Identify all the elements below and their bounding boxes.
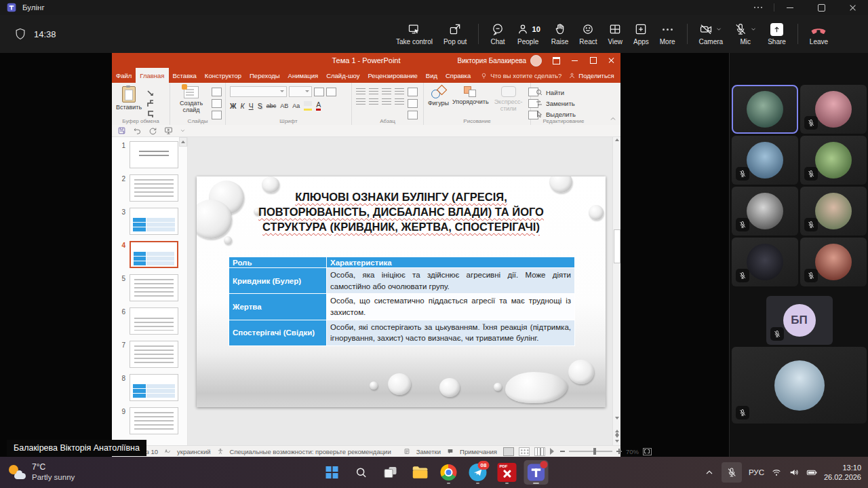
table-header-characteristic[interactable]: Характеристика [327,257,575,268]
participant-tile[interactable] [732,136,798,185]
scroll-up-arrow[interactable] [613,138,620,141]
battery-icon[interactable] [806,467,817,478]
tab-insert[interactable]: Вставка [169,68,201,83]
align-center-icon[interactable] [369,98,378,106]
collapse-ribbon-icon[interactable] [609,115,617,123]
slide-thumbnail-2[interactable]: 2 [112,174,187,202]
line-spacing-icon[interactable] [395,88,404,96]
telegram-button[interactable]: 08 [466,460,490,485]
copy-icon[interactable] [145,98,153,107]
table-cell-desc[interactable]: Особа, яка ініціює та здійснює агресивні… [327,268,575,294]
participant-tile-initials[interactable]: БП [766,296,833,345]
new-slide-button[interactable]: Создать слайд [174,86,208,113]
font-size-dropdown[interactable] [289,86,312,97]
decrease-indent-icon[interactable] [382,88,391,96]
zoom-out-button[interactable] [560,451,565,452]
table-header-role[interactable]: Роль [229,257,327,268]
highlight-color-icon[interactable] [304,101,312,111]
tab-design[interactable]: Конструктор [201,68,245,83]
chevron-down-icon[interactable] [715,26,722,33]
window-close-button[interactable] [837,0,868,15]
arrange-button[interactable]: Упорядочить [452,86,489,105]
align-text-icon[interactable] [408,99,418,108]
language-status[interactable]: украинский [177,448,211,455]
character-spacing-button[interactable]: АВ [280,102,288,109]
slide-thumbnail-3[interactable]: 3 [112,208,187,235]
ppt-close-button[interactable] [602,53,620,68]
replace-button[interactable]: Заменить [535,99,576,107]
slide-thumbnail-4-selected[interactable]: 4 [112,241,187,268]
zoom-level[interactable]: 70% [626,448,639,455]
people-button[interactable]: 10 People [511,22,546,45]
window-more-button[interactable] [743,0,774,15]
save-icon[interactable] [117,126,126,135]
start-slideshow-icon[interactable] [164,126,173,135]
table-cell-role[interactable]: Спостерігачі (Свідки) [229,320,327,345]
ppt-share-button[interactable]: Поделиться [561,68,620,83]
previous-slide-button[interactable] [613,430,620,435]
shapes-button[interactable]: Фигуры [428,86,449,107]
shield-icon[interactable] [14,27,27,41]
raise-hand-button[interactable]: Raise [546,22,574,45]
text-direction-icon[interactable] [408,88,418,96]
pop-out-button[interactable]: Pop out [438,22,472,45]
participant-tile[interactable] [800,136,867,185]
view-button[interactable]: View [602,22,628,45]
weather-widget[interactable]: 7°C Partly sunny [8,462,75,482]
format-painter-icon[interactable] [145,109,153,117]
more-button[interactable]: More [654,22,681,45]
tab-animations[interactable]: Анимация [284,68,323,83]
cut-icon[interactable] [145,88,153,96]
font-color-button[interactable]: А [316,101,321,111]
participant-tile[interactable] [732,187,798,236]
ribbon-display-options-button[interactable] [547,53,566,68]
table-cell-role[interactable]: Жертва [229,294,327,320]
comments-button[interactable]: Примечания [460,448,497,455]
fit-slide-button[interactable] [643,448,652,455]
bullets-icon[interactable] [356,88,366,96]
columns-icon[interactable] [395,98,404,106]
decrease-font-icon[interactable] [326,88,336,96]
hidden-icons-chevron[interactable] [704,467,715,478]
slide-thumbnail-5[interactable]: 5 [112,274,187,301]
table-cell-role[interactable]: Кривдник (Булер) [229,268,327,294]
wifi-icon[interactable] [771,467,782,478]
tab-view[interactable]: Вид [422,68,441,83]
next-slide-button[interactable] [613,435,620,445]
slide-layout-icon[interactable] [212,88,222,96]
numbering-icon[interactable] [369,88,378,96]
italic-button[interactable]: К [241,102,245,110]
reading-view-button[interactable] [534,447,545,456]
customize-qat-icon[interactable] [180,128,186,134]
chrome-button[interactable] [437,460,461,485]
clock-widget[interactable]: 13:10 26.02.2026 [824,463,861,483]
slide-sorter-view-button[interactable] [519,447,530,456]
participant-tile-large[interactable] [732,347,867,424]
current-slide[interactable]: КЛЮЧОВІ ОЗНАКИ БУЛІНГУ (АГРЕСІЯ, ПОВТОРЮ… [197,176,606,407]
zoom-in-button[interactable] [616,449,622,454]
participant-tile[interactable] [800,85,867,134]
align-right-icon[interactable] [382,98,391,106]
table-cell-desc[interactable]: Особи, які спостерігають за цькуванням. … [327,320,575,345]
underline-button[interactable]: Ч [249,102,254,110]
leave-button[interactable]: Leave [804,22,833,45]
font-name-dropdown[interactable] [230,86,287,97]
slide-thumbnail-9[interactable]: 9 [112,407,187,434]
participant-tile[interactable] [800,238,867,286]
window-minimize-button[interactable] [774,0,806,15]
vertical-scrollbar[interactable] [612,137,620,446]
slide-table[interactable]: Роль Характеристика Кривдник (Булер) Осо… [229,257,575,346]
quick-styles-button[interactable]: Экспресс-стили [492,86,525,112]
normal-view-button[interactable] [503,447,514,456]
tab-transitions[interactable]: Переходы [245,68,284,83]
tray-mic-muted-button[interactable] [722,462,742,483]
scroll-down-arrow[interactable] [613,417,620,421]
ppt-minimize-button[interactable] [566,53,584,68]
bold-button[interactable]: Ж [230,102,237,110]
slide-thumbnail-8[interactable]: 8 [112,374,187,401]
strikethrough-button[interactable]: abc [267,102,277,109]
slideshow-view-button[interactable] [550,448,554,455]
camera-button[interactable]: Camera [694,22,729,45]
find-button[interactable]: Найти [535,88,576,96]
participant-tile[interactable] [732,238,798,286]
